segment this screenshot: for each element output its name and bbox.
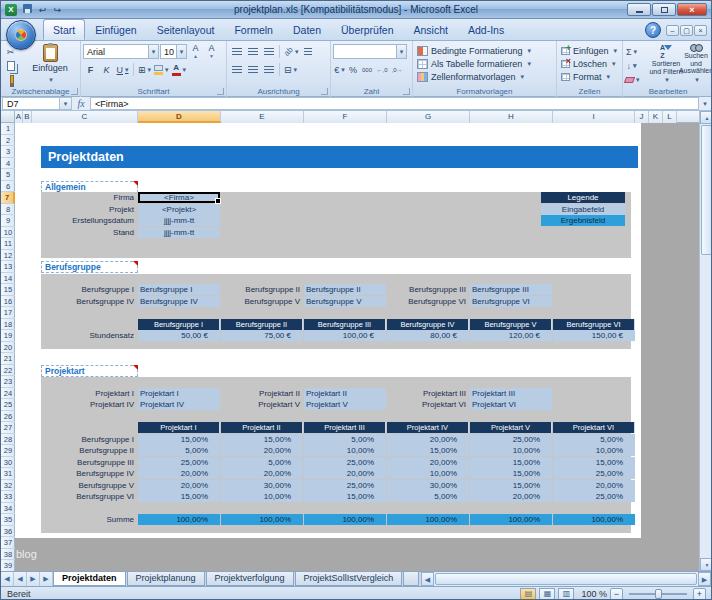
ribbon-tab-daten[interactable]: Daten <box>283 19 331 40</box>
matrix-cell-5-0[interactable]: 15,00% <box>138 491 220 502</box>
insert-worksheet-tab[interactable] <box>403 572 419 586</box>
font-name-combo[interactable]: Arial▾ <box>83 44 159 59</box>
matrix-cell-0-5[interactable]: 5,00% <box>553 434 635 445</box>
workbook-close-button[interactable]: × <box>694 25 707 36</box>
next-sheet-button[interactable]: ▶ <box>27 572 40 586</box>
close-button[interactable]: × <box>677 3 707 16</box>
matrix-cell-3-0[interactable]: 20,00% <box>138 468 220 479</box>
field-value-3[interactable]: jjjj-mm-tt <box>138 227 220 238</box>
matrix-cell-2-2[interactable]: 25,00% <box>304 457 386 468</box>
help-button[interactable]: ? <box>645 22 661 38</box>
font-size-dropdown-icon[interactable]: ▾ <box>176 45 186 58</box>
scroll-up-button[interactable]: ▲ <box>700 111 712 124</box>
copy-button[interactable] <box>3 58 18 73</box>
wrap-text-button[interactable] <box>300 44 315 59</box>
stundensatz-value-5[interactable]: 150,00 € <box>553 330 635 341</box>
align-right-button[interactable] <box>261 62 276 77</box>
summe-value-4[interactable]: 100,00% <box>470 514 552 525</box>
sheet-tab-projektverfolgung[interactable]: Projektverfolgung <box>206 572 294 586</box>
berufsgruppe-pair-input-4[interactable]: Berufsgruppe V <box>304 296 386 307</box>
first-sheet-button[interactable]: ◀ <box>1 572 14 586</box>
sheet-title-banner[interactable]: Projektdaten <box>41 146 638 168</box>
matrix-cell-3-1[interactable]: 20,00% <box>221 468 303 479</box>
matrix-cell-4-4[interactable]: 15,00% <box>470 480 552 491</box>
save-button[interactable] <box>20 3 35 17</box>
zoom-level-text[interactable]: 100 % <box>581 589 607 599</box>
summe-value-1[interactable]: 100,00% <box>221 514 303 525</box>
font-color-button[interactable]: A <box>171 62 188 77</box>
projektart-pair-input-0[interactable]: Projektart I <box>138 388 220 399</box>
ribbon-tab-überprüfen[interactable]: Überprüfen <box>331 19 404 40</box>
ribbon-tab-add-ins[interactable]: Add-Ins <box>458 19 514 40</box>
matrix-cell-2-3[interactable]: 20,00% <box>387 457 469 468</box>
matrix-cell-4-2[interactable]: 25,00% <box>304 480 386 491</box>
stundensatz-value-4[interactable]: 120,00 € <box>470 330 552 341</box>
berufsgruppe-pair-input-0[interactable]: Berufsgruppe I <box>138 284 220 295</box>
ribbon-tab-formeln[interactable]: Formeln <box>224 19 283 40</box>
matrix-cell-0-1[interactable]: 15,00% <box>221 434 303 445</box>
projektart-pair-input-2[interactable]: Projektart III <box>470 388 552 399</box>
bold-button[interactable]: F <box>83 62 98 77</box>
previous-sheet-button[interactable]: ◀ <box>14 572 27 586</box>
maximize-button[interactable] <box>652 3 676 16</box>
number-format-dropdown-icon[interactable]: ▾ <box>396 45 406 58</box>
accounting-format-button[interactable]: € <box>333 62 346 77</box>
matrix-cell-3-3[interactable]: 10,00% <box>387 468 469 479</box>
matrix-cell-2-1[interactable]: 5,00% <box>221 457 303 468</box>
matrix-cell-2-4[interactable]: 15,00% <box>470 457 552 468</box>
align-bottom-button[interactable] <box>261 44 276 59</box>
font-name-dropdown-icon[interactable]: ▾ <box>148 45 158 58</box>
format-cells-button[interactable]: Format <box>561 71 610 83</box>
berufsgruppe-pair-input-2[interactable]: Berufsgruppe III <box>470 284 552 295</box>
align-left-button[interactable] <box>229 62 244 77</box>
matrix-cell-0-4[interactable]: 25,00% <box>470 434 552 445</box>
matrix-cell-1-3[interactable]: 15,00% <box>387 445 469 456</box>
expand-formula-bar-icon[interactable]: ▾ <box>699 100 711 108</box>
sheet-tab-projektplanung[interactable]: Projektplanung <box>127 572 205 586</box>
align-center-button[interactable] <box>245 62 260 77</box>
horizontal-scroll-thumb[interactable] <box>435 573 697 585</box>
matrix-cell-4-0[interactable]: 20,00% <box>138 480 220 491</box>
projektart-pair-input-3[interactable]: Projektart IV <box>138 399 220 410</box>
matrix-cell-1-5[interactable]: 10,00% <box>553 445 635 456</box>
matrix-cell-4-1[interactable]: 30,00% <box>221 480 303 491</box>
insert-function-button[interactable]: fx <box>72 98 90 109</box>
view-page-break-button[interactable]: ▥ <box>558 588 574 600</box>
matrix-cell-5-3[interactable]: 5,00% <box>387 491 469 502</box>
scroll-down-button[interactable]: ▼ <box>700 558 712 571</box>
comma-style-button[interactable]: 000 <box>360 62 374 77</box>
scroll-right-button[interactable]: ▶ <box>698 572 711 586</box>
projektart-pair-input-5[interactable]: Projektart VI <box>470 399 552 410</box>
redo-button[interactable]: ↪ <box>50 3 65 17</box>
section-heading-projektart[interactable]: Projektart <box>41 365 138 377</box>
matrix-cell-1-4[interactable]: 10,00% <box>470 445 552 456</box>
matrix-cell-5-5[interactable]: 25,00% <box>553 491 635 502</box>
underline-button[interactable]: U <box>115 62 130 77</box>
zoom-slider-thumb[interactable] <box>655 589 662 599</box>
dialog-launcher-alignment[interactable] <box>321 88 328 95</box>
stundensatz-value-0[interactable]: 50,00 € <box>138 330 220 341</box>
zoom-in-button[interactable]: + <box>693 588 706 600</box>
scroll-left-button[interactable]: ◀ <box>421 572 434 586</box>
number-format-combo[interactable]: ▾ <box>333 44 407 59</box>
berufsgruppe-pair-input-1[interactable]: Berufsgruppe II <box>304 284 386 295</box>
zoom-out-button[interactable]: − <box>610 588 623 600</box>
ribbon-tab-ansicht[interactable]: Ansicht <box>404 19 458 40</box>
align-middle-button[interactable] <box>245 44 260 59</box>
workbook-minimize-button[interactable]: – <box>666 25 679 36</box>
view-normal-button[interactable]: ▤ <box>520 588 536 600</box>
summe-value-2[interactable]: 100,00% <box>304 514 386 525</box>
matrix-cell-5-2[interactable]: 15,00% <box>304 491 386 502</box>
matrix-cell-0-2[interactable]: 5,00% <box>304 434 386 445</box>
conditional-formatting-button[interactable]: Bedingte Formatierung <box>417 45 531 57</box>
vertical-scrollbar[interactable]: ▲ ▼ <box>699 111 712 571</box>
cell-styles-button[interactable]: Zellenformatvorlagen <box>417 71 524 83</box>
office-button[interactable] <box>6 20 36 50</box>
fill-button[interactable]: ↓ <box>624 58 639 73</box>
decrease-decimal-button[interactable]: ,0→ <box>390 62 404 77</box>
find-select-button[interactable]: Suchen und Auswählen <box>679 44 712 83</box>
berufsgruppe-pair-input-5[interactable]: Berufsgruppe VI <box>470 296 552 307</box>
matrix-cell-3-2[interactable]: 20,00% <box>304 468 386 479</box>
matrix-cell-0-3[interactable]: 20,00% <box>387 434 469 445</box>
orientation-button[interactable]: ab <box>283 44 299 59</box>
